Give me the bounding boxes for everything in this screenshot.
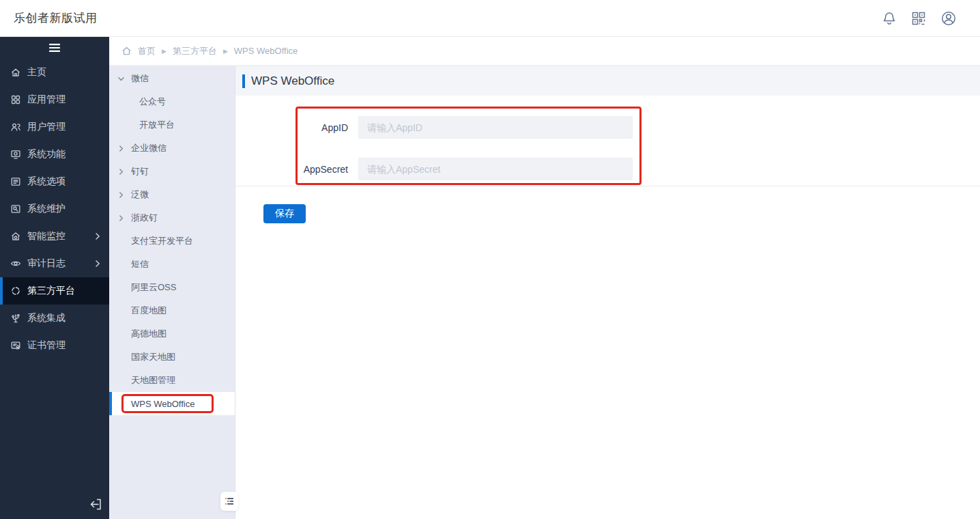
sidebar-item-label: 系统选项 xyxy=(27,176,101,188)
sidebar-item-label: 应用管理 xyxy=(27,94,101,106)
submenu-item-dingtalk[interactable]: 钉钉 xyxy=(109,160,235,183)
appstore-icon xyxy=(10,94,21,105)
sidebar-item-audit-logs[interactable]: 审计日志 xyxy=(0,250,109,277)
user-avatar-icon[interactable] xyxy=(940,10,957,27)
sidebar-item-label: 主页 xyxy=(27,66,101,79)
submenu-item-amap[interactable]: 高德地图 xyxy=(109,322,235,346)
sidebar-item-label: 系统维护 xyxy=(27,203,101,215)
chevron-down-icon xyxy=(117,75,126,83)
appid-input[interactable] xyxy=(358,116,633,139)
qr-code-icon[interactable] xyxy=(911,11,926,26)
submenu-item-national-tianditu[interactable]: 国家天地图 xyxy=(109,346,235,369)
secondary-sidebar: 微信 公众号 开放平台 企业微信 钉 xyxy=(109,66,235,519)
sidebar-item-label: 系统功能 xyxy=(27,148,101,160)
submenu-item-official-account[interactable]: 公众号 xyxy=(109,90,235,113)
sidebar-item-label: 用户管理 xyxy=(27,121,101,133)
submenu-item-label: WPS WebOffice xyxy=(131,399,194,409)
save-button[interactable]: 保存 xyxy=(263,204,306,223)
submenu-item-label: 公众号 xyxy=(139,96,166,108)
submenu-item-label: 短信 xyxy=(131,258,149,270)
submenu-item-label: 开放平台 xyxy=(139,119,175,131)
eye-icon xyxy=(10,258,21,269)
topbar-icons xyxy=(882,10,957,27)
appsecret-label: AppSecret xyxy=(235,164,358,175)
home-icon xyxy=(121,46,132,56)
appsecret-form-row: AppSecret xyxy=(235,158,633,180)
page-header: WPS WebOffice xyxy=(235,66,980,96)
submenu-item-wps-weboffice[interactable]: WPS WebOffice xyxy=(109,392,235,415)
sidebar-item-certificate-management[interactable]: 证书管理 xyxy=(0,332,109,359)
sidebar-item-label: 第三方平台 xyxy=(27,285,101,297)
sidebar-item-system-integration[interactable]: 系统集成 xyxy=(0,305,109,332)
users-icon xyxy=(10,122,21,132)
appid-label: AppID xyxy=(235,122,358,133)
sidebar-item-third-party-platform[interactable]: 第三方平台 xyxy=(0,277,109,305)
sidebar-item-app-management[interactable]: 应用管理 xyxy=(0,86,109,113)
chevron-right-icon xyxy=(117,145,126,152)
breadcrumb: 首页 ▶ 第三方平台 ▶ WPS WebOffice xyxy=(109,37,980,66)
submenu-item-label: 高德地图 xyxy=(131,328,167,340)
submenu-item-wechat[interactable]: 微信 xyxy=(109,67,235,90)
chevron-right-icon xyxy=(117,214,126,222)
breadcrumb-separator-icon: ▶ xyxy=(162,48,167,55)
submenu-item-label: 百度地图 xyxy=(131,305,167,317)
breadcrumb-separator-icon: ▶ xyxy=(223,48,228,55)
title-accent-bar xyxy=(242,74,245,88)
menu-toggle-button[interactable] xyxy=(0,37,109,59)
refresh-circle-icon xyxy=(10,285,21,296)
section-divider xyxy=(235,186,980,186)
submenu-item-open-platform[interactable]: 开放平台 xyxy=(109,113,235,137)
primary-sidebar: 主页 应用管理 用户管理 系统功能 xyxy=(0,37,109,519)
submenu-item-wecom[interactable]: 企业微信 xyxy=(109,137,235,160)
sidebar-collapse-icon[interactable] xyxy=(89,497,102,511)
sidebar-item-system-functions[interactable]: 系统功能 xyxy=(0,141,109,168)
surveillance-icon xyxy=(10,231,21,242)
breadcrumb-item-home[interactable]: 首页 xyxy=(138,45,156,57)
sidebar-item-user-management[interactable]: 用户管理 xyxy=(0,113,109,141)
chevron-right-icon xyxy=(94,260,101,268)
sidebar-item-home[interactable]: 主页 xyxy=(0,59,109,86)
certificate-icon xyxy=(10,340,21,351)
submenu-item-sms[interactable]: 短信 xyxy=(109,253,235,276)
list-settings-icon xyxy=(10,176,21,187)
breadcrumb-item-third-party-platform[interactable]: 第三方平台 xyxy=(173,45,217,57)
submenu-item-zhezhengding[interactable]: 浙政钉 xyxy=(109,206,235,229)
app-title: 乐创者新版试用 xyxy=(14,10,98,26)
sidebar-item-label: 系统集成 xyxy=(27,312,101,324)
submenu-item-aliyun-oss[interactable]: 阿里云OSS xyxy=(109,276,235,299)
submenu-item-label: 天地图管理 xyxy=(131,374,175,387)
sidebar-item-smart-monitoring[interactable]: 智能监控 xyxy=(0,223,109,250)
chevron-right-icon xyxy=(117,168,126,176)
breadcrumb-item-wps-weboffice[interactable]: WPS WebOffice xyxy=(234,46,298,56)
chevron-right-icon xyxy=(94,232,101,240)
home-icon xyxy=(10,67,21,78)
integration-icon xyxy=(10,313,21,324)
notification-bell-icon[interactable] xyxy=(882,11,897,26)
sidebar-item-label: 审计日志 xyxy=(27,257,94,270)
topbar: 乐创者新版试用 xyxy=(0,0,980,37)
appsecret-input[interactable] xyxy=(358,158,633,180)
primary-nav: 主页 应用管理 用户管理 系统功能 xyxy=(0,59,109,359)
submenu-item-label: 浙政钉 xyxy=(131,212,158,224)
sidebar-item-label: 智能监控 xyxy=(27,230,94,242)
submenu-item-alipay-open-platform[interactable]: 支付宝开发平台 xyxy=(109,229,235,253)
submenu-item-label: 企业微信 xyxy=(131,142,167,154)
submenu-item-label: 国家天地图 xyxy=(131,351,175,363)
submenu-collapse-button[interactable] xyxy=(220,492,238,511)
submenu-item-fanwei[interactable]: 泛微 xyxy=(109,183,235,206)
submenu-item-label: 阿里云OSS xyxy=(131,281,176,294)
submenu-item-label: 钉钉 xyxy=(131,165,149,178)
settings-form: AppID AppSecret 保存 xyxy=(235,96,980,519)
main-content: WPS WebOffice AppID AppSecret 保存 xyxy=(235,66,980,519)
page-title: WPS WebOffice xyxy=(251,74,334,88)
submenu-item-label: 微信 xyxy=(131,72,149,85)
sidebar-item-system-maintenance[interactable]: 系统维护 xyxy=(0,195,109,223)
submenu-item-tianditu-management[interactable]: 天地图管理 xyxy=(109,369,235,392)
submenu-item-label: 支付宝开发平台 xyxy=(131,235,193,247)
submenu-item-baidu-map[interactable]: 百度地图 xyxy=(109,299,235,322)
sidebar-item-system-options[interactable]: 系统选项 xyxy=(0,168,109,195)
chevron-right-icon xyxy=(117,191,126,199)
appid-form-row: AppID xyxy=(235,116,633,139)
sidebar-item-label: 证书管理 xyxy=(27,339,101,352)
maintenance-icon xyxy=(10,204,21,214)
